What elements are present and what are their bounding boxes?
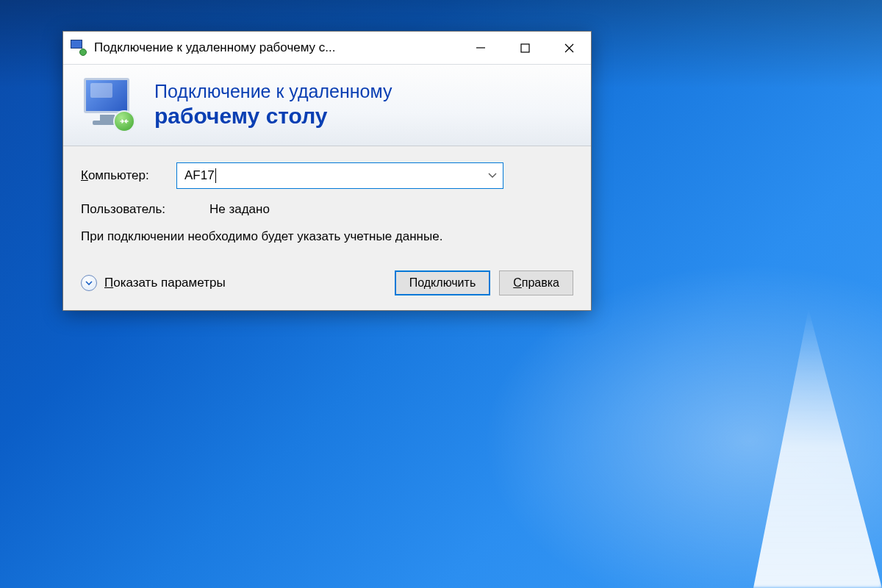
header-line1: Подключение к удаленному (154, 81, 392, 102)
rdp-large-icon (78, 75, 137, 134)
rdp-app-icon (71, 40, 87, 56)
decorative-light (698, 309, 882, 588)
dialog-body: Компьютер: AF17 Пользователь: Не задано … (63, 146, 591, 310)
minimize-icon (476, 43, 486, 53)
rdp-window: Подключение к удаленному рабочему с... (62, 31, 592, 311)
maximize-icon (520, 43, 530, 53)
window-title: Подключение к удаленному рабочему с... (94, 40, 459, 55)
desktop-background: Подключение к удаленному рабочему с... (0, 0, 882, 588)
computer-label: Компьютер: (81, 168, 176, 183)
close-button[interactable] (547, 32, 591, 64)
help-button[interactable]: Справка (499, 270, 573, 295)
user-value: Не задано (209, 202, 270, 217)
show-options-link[interactable]: Показать параметры (81, 275, 386, 291)
titlebar[interactable]: Подключение к удаленному рабочему с... (63, 32, 591, 64)
minimize-button[interactable] (459, 32, 503, 64)
computer-combobox[interactable]: AF17 (176, 162, 503, 189)
user-label: Пользователь: (81, 202, 209, 217)
header-line2: рабочему столу (154, 104, 392, 129)
chevron-down-icon[interactable] (488, 171, 497, 181)
connection-badge-icon (113, 110, 135, 132)
connect-button[interactable]: Подключить (395, 270, 490, 295)
expand-down-icon (81, 275, 97, 291)
svg-rect-1 (521, 44, 529, 52)
computer-value: AF17 (184, 168, 488, 184)
credentials-hint: При подключении необходимо будет указать… (81, 229, 573, 245)
maximize-button[interactable] (503, 32, 547, 64)
window-controls (459, 32, 591, 64)
close-icon (564, 43, 575, 54)
header-band: Подключение к удаленному рабочему столу (63, 64, 591, 146)
